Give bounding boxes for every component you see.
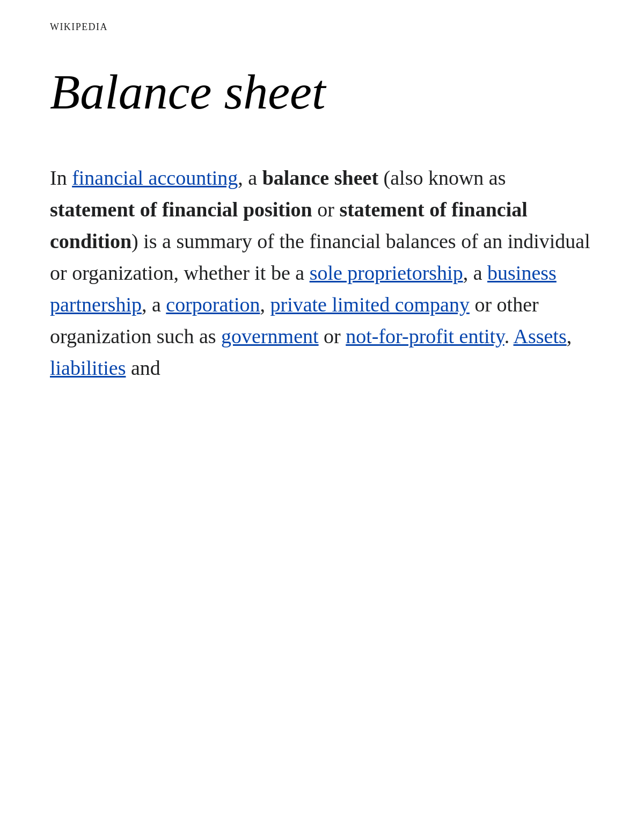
page-container: Wikipedia Balance sheet In financial acc… <box>0 0 644 432</box>
page-title: Balance sheet <box>50 65 594 119</box>
article-body: In financial accounting, a balance sheet… <box>50 162 594 383</box>
intro-paragraph: In financial accounting, a balance sheet… <box>50 162 594 383</box>
link-not-for-profit-entity[interactable]: not-for-profit entity <box>346 325 504 347</box>
link-corporation[interactable]: corporation <box>166 293 260 316</box>
link-assets[interactable]: Assets <box>514 325 567 347</box>
link-liabilities[interactable]: liabilities <box>50 357 126 379</box>
bold-balance-sheet: balance sheet <box>262 166 378 189</box>
logo-text: Wikipedia <box>50 21 108 32</box>
link-private-limited-company[interactable]: private limited company <box>270 293 469 316</box>
link-government[interactable]: government <box>221 325 319 347</box>
link-sole-proprietorship[interactable]: sole proprietorship <box>310 262 463 284</box>
link-financial-accounting[interactable]: financial accounting <box>72 166 238 189</box>
bold-statement-financial-position: statement of financial position <box>50 198 312 221</box>
wikipedia-logo: Wikipedia <box>50 21 594 33</box>
